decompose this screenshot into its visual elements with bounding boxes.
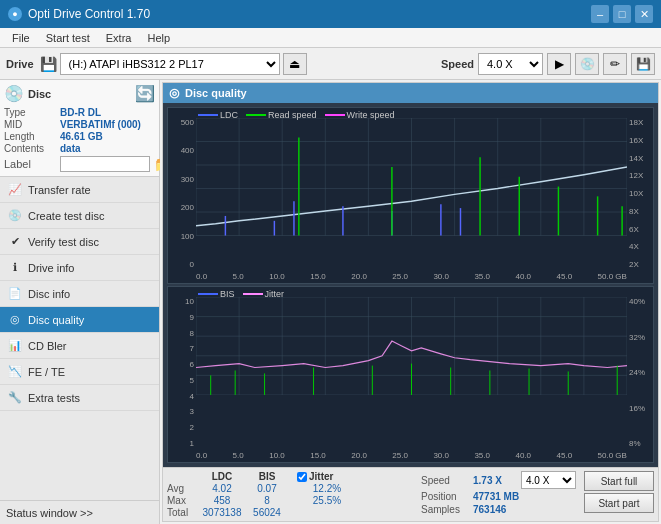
- legend-bis-color: [198, 293, 218, 295]
- disc-contents-row: Contents data: [4, 143, 155, 154]
- disc-info-icon: 📄: [8, 287, 22, 301]
- sidebar-item-extra-tests[interactable]: 🔧 Extra tests: [0, 385, 159, 411]
- disc-length-val: 46.61 GB: [60, 131, 103, 142]
- bis-header: BIS: [247, 471, 287, 482]
- chart2-x-axis: 0.0 5.0 10.0 15.0 20.0 25.0 30.0 35.0 40…: [196, 451, 627, 460]
- ldc-header: LDC: [197, 471, 247, 482]
- menu-file[interactable]: File: [4, 30, 38, 46]
- samples-val: 763146: [473, 504, 506, 515]
- legend-ldc-text: LDC: [220, 110, 238, 120]
- disc-quality-panel: ◎ Disc quality LDC Read speed: [162, 82, 659, 522]
- drive-select-area: 💾 (H:) ATAPI iHBS312 2 PL17 ⏏: [40, 53, 435, 75]
- total-row: Total 3073138 56024: [167, 507, 409, 518]
- disc-quality-header-icon: ◎: [169, 86, 179, 100]
- start-part-button[interactable]: Start part: [584, 493, 654, 513]
- main-layout: 💿 Disc 🔄 Type BD-R DL MID VERBATIMf (000…: [0, 80, 661, 524]
- avg-row: Avg 4.02 0.07 12.2%: [167, 483, 409, 494]
- legend-read-speed: Read speed: [246, 110, 317, 120]
- transfer-rate-icon: 📈: [8, 183, 22, 197]
- sidebar-item-create-test-disc[interactable]: 💿 Create test disc: [0, 203, 159, 229]
- sidebar-item-disc-info[interactable]: 📄 Disc info: [0, 281, 159, 307]
- avg-ldc: 4.02: [197, 483, 247, 494]
- disc-label-key: Label: [4, 158, 56, 170]
- fe-te-label: FE / TE: [28, 366, 65, 378]
- content-area: ◎ Disc quality LDC Read speed: [160, 80, 661, 524]
- legend-write-speed-text: Write speed: [347, 110, 395, 120]
- legend-write-speed: Write speed: [325, 110, 395, 120]
- disc-button[interactable]: 💿: [575, 53, 599, 75]
- sidebar-item-drive-info[interactable]: ℹ Drive info: [0, 255, 159, 281]
- drive-label: Drive: [6, 58, 34, 70]
- disc-contents-val: data: [60, 143, 81, 154]
- disc-type-row: Type BD-R DL: [4, 107, 155, 118]
- sidebar-item-transfer-rate[interactable]: 📈 Transfer rate: [0, 177, 159, 203]
- sidebar-item-disc-quality[interactable]: ◎ Disc quality: [0, 307, 159, 333]
- chart2-y-left: 10 9 8 7 6 5 4 3 2 1: [168, 297, 196, 448]
- legend-read-speed-color: [246, 114, 266, 116]
- window-controls: – □ ✕: [591, 5, 653, 23]
- disc-quality-header: ◎ Disc quality: [163, 83, 658, 103]
- start-buttons-section: Start full Start part: [584, 471, 654, 513]
- disc-mid-row: MID VERBATIMf (000): [4, 119, 155, 130]
- disc-length-key: Length: [4, 131, 56, 142]
- chart1-x-axis: 0.0 5.0 10.0 15.0 20.0 25.0 30.0 35.0 40…: [196, 272, 627, 281]
- nav-section: 📈 Transfer rate 💿 Create test disc ✔ Ver…: [0, 177, 159, 500]
- chart2-y-right: 40% 32% 24% 16% 8%: [627, 297, 653, 448]
- disc-mid-val: VERBATIMf (000): [60, 119, 141, 130]
- legend-jitter: Jitter: [243, 289, 285, 299]
- write-button[interactable]: ✏: [603, 53, 627, 75]
- maximize-button[interactable]: □: [613, 5, 631, 23]
- create-test-disc-icon: 💿: [8, 209, 22, 223]
- app-title: Opti Drive Control 1.70: [28, 7, 150, 21]
- sidebar-item-fe-te[interactable]: 📉 FE / TE: [0, 359, 159, 385]
- chart-bis: BIS Jitter 10 9 8 7 6 5: [167, 286, 654, 463]
- disc-refresh-icon[interactable]: 🔄: [135, 84, 155, 103]
- speed-position-section: Speed 1.73 X 4.0 X Position 47731 MB Sam…: [421, 471, 576, 515]
- disc-panel: 💿 Disc 🔄 Type BD-R DL MID VERBATIMf (000…: [0, 80, 159, 177]
- close-button[interactable]: ✕: [635, 5, 653, 23]
- chart1-svg: [196, 118, 627, 236]
- max-jitter: 25.5%: [297, 495, 357, 506]
- drive-info-label: Drive info: [28, 262, 74, 274]
- title-bar-left: ● Opti Drive Control 1.70: [8, 7, 150, 21]
- chart1-y-right: 18X 16X 14X 12X 10X 8X 6X 4X 2X: [627, 118, 653, 269]
- legend-ldc: LDC: [198, 110, 238, 120]
- menu-extra[interactable]: Extra: [98, 30, 140, 46]
- legend-read-speed-text: Read speed: [268, 110, 317, 120]
- menu-help[interactable]: Help: [139, 30, 178, 46]
- speed-dropdown[interactable]: 4.0 X: [478, 53, 543, 75]
- legend-bis: BIS: [198, 289, 235, 299]
- sidebar-item-cd-bler[interactable]: 📊 CD Bler: [0, 333, 159, 359]
- menu-start-test[interactable]: Start test: [38, 30, 98, 46]
- sidebar-item-verify-test-disc[interactable]: ✔ Verify test disc: [0, 229, 159, 255]
- chart1-legend: LDC Read speed Write speed: [198, 110, 394, 120]
- minimize-button[interactable]: –: [591, 5, 609, 23]
- position-val: 47731 MB: [473, 491, 519, 502]
- avg-jitter: 12.2%: [297, 483, 357, 494]
- speed-apply-button[interactable]: ▶: [547, 53, 571, 75]
- save-button[interactable]: 💾: [631, 53, 655, 75]
- drive-dropdown[interactable]: (H:) ATAPI iHBS312 2 PL17: [60, 53, 280, 75]
- status-window-button[interactable]: Status window >>: [0, 500, 159, 524]
- jitter-checkbox[interactable]: [297, 472, 307, 482]
- charts-container: LDC Read speed Write speed 500: [163, 103, 658, 467]
- samples-row: Samples 763146: [421, 504, 576, 515]
- eject-button[interactable]: ⏏: [283, 53, 307, 75]
- drive-icon: 💾: [40, 56, 57, 72]
- stats-speed-dropdown[interactable]: 4.0 X: [521, 471, 576, 489]
- verify-test-disc-label: Verify test disc: [28, 236, 99, 248]
- stats-area: LDC BIS Jitter Av: [163, 467, 658, 521]
- samples-label: Samples: [421, 504, 469, 515]
- disc-panel-icon: 💿: [4, 84, 24, 103]
- start-full-button[interactable]: Start full: [584, 471, 654, 491]
- speed-stat-val: 1.73 X: [473, 475, 517, 486]
- fe-te-icon: 📉: [8, 365, 22, 379]
- legend-bis-text: BIS: [220, 289, 235, 299]
- speed-row: Speed 1.73 X 4.0 X: [421, 471, 576, 489]
- disc-length-row: Length 46.61 GB: [4, 131, 155, 142]
- total-bis: 56024: [247, 507, 287, 518]
- speed-label: Speed: [441, 58, 474, 70]
- menu-bar: File Start test Extra Help: [0, 28, 661, 48]
- max-row: Max 458 8 25.5%: [167, 495, 409, 506]
- disc-label-input[interactable]: [60, 156, 150, 172]
